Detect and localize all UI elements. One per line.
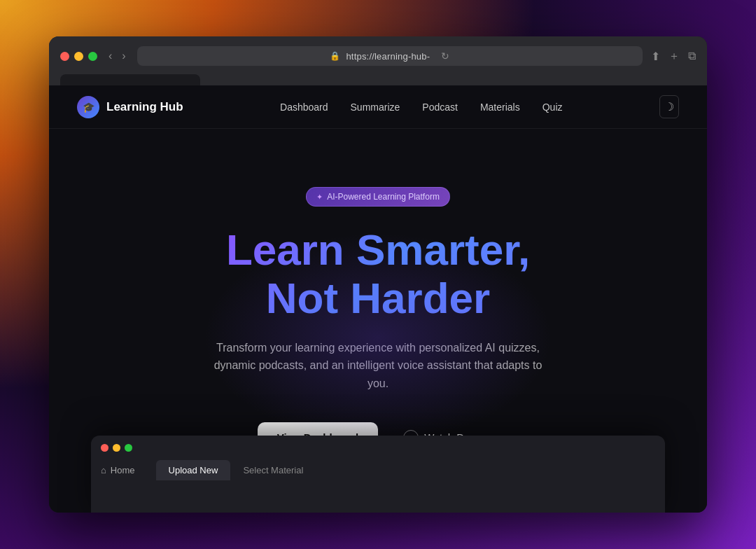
nested-nav: ⌂ Home Upload New Select Material <box>91 457 665 487</box>
nav-buttons: ‹ › <box>106 48 129 64</box>
lock-icon: 🔒 <box>330 51 340 61</box>
nav-dashboard[interactable]: Dashboard <box>280 102 328 113</box>
nav-quiz[interactable]: Quiz <box>542 102 563 113</box>
nested-tabs: Upload New Select Material <box>156 460 316 480</box>
logo-area: 🎓 Learning Hub <box>77 96 183 118</box>
upload-new-tab[interactable]: Upload New <box>156 460 231 480</box>
badge-star-icon: ✦ <box>316 193 323 202</box>
browser-window: ‹ › 🔒 https://learning-hub- ↻ ⬆ ＋ ⧉ 🎓 Le… <box>49 36 707 513</box>
back-button[interactable]: ‹ <box>106 48 115 64</box>
nav-right: ☽ <box>659 95 679 118</box>
select-material-tab[interactable]: Select Material <box>230 460 316 480</box>
browser-actions: ⬆ ＋ ⧉ <box>651 49 696 64</box>
nav-materials[interactable]: Materials <box>480 102 520 113</box>
hero-title: Learn Smarter, Not Harder <box>226 226 530 321</box>
nav-summarize[interactable]: Summarize <box>351 102 400 113</box>
theme-toggle-icon[interactable]: ☽ <box>659 95 679 118</box>
forward-button[interactable]: › <box>119 48 128 64</box>
new-tab-icon[interactable]: ＋ <box>668 49 680 64</box>
home-icon: ⌂ <box>101 465 106 475</box>
nav-podcast[interactable]: Podcast <box>422 102 458 113</box>
nested-minimize-button[interactable] <box>113 444 120 452</box>
logo-icon: 🎓 <box>77 96 99 118</box>
hero-subtitle: Transform your learning experience with … <box>203 339 553 393</box>
browser-toolbar: ‹ › 🔒 https://learning-hub- ↻ ⬆ ＋ ⧉ <box>60 46 696 66</box>
hero-title-line1: Learn Smarter, <box>226 225 530 274</box>
nested-home-item[interactable]: ⌂ Home <box>101 465 135 475</box>
maximize-button[interactable] <box>88 52 97 61</box>
nested-close-button[interactable] <box>101 444 108 452</box>
close-button[interactable] <box>60 52 69 61</box>
ai-badge: ✦ AI-Powered Learning Platform <box>306 187 450 207</box>
nested-window: ⌂ Home Upload New Select Material <box>91 436 665 513</box>
nav-links: Dashboard Summarize Podcast Materials Qu… <box>280 102 562 113</box>
url-text: https://learning-hub- <box>346 51 430 62</box>
website-content: 🎓 Learning Hub Dashboard Summarize Podca… <box>49 85 707 513</box>
browser-chrome: ‹ › 🔒 https://learning-hub- ↻ ⬆ ＋ ⧉ <box>49 36 707 85</box>
traffic-lights <box>60 52 97 61</box>
browser-tab[interactable] <box>60 74 200 85</box>
minimize-button[interactable] <box>74 52 83 61</box>
address-bar[interactable]: 🔒 https://learning-hub- ↻ <box>137 46 643 66</box>
logo-text: Learning Hub <box>106 100 183 114</box>
site-navbar: 🎓 Learning Hub Dashboard Summarize Podca… <box>49 85 707 129</box>
nested-traffic-lights <box>91 436 665 457</box>
share-icon[interactable]: ⬆ <box>651 50 660 63</box>
tabs-icon[interactable]: ⧉ <box>688 50 696 62</box>
nested-maximize-button[interactable] <box>125 444 132 452</box>
badge-text: AI-Powered Learning Platform <box>327 192 440 202</box>
hero-title-line2: Not Harder <box>266 274 490 322</box>
home-label: Home <box>111 465 135 475</box>
reload-icon[interactable]: ↻ <box>441 50 449 62</box>
